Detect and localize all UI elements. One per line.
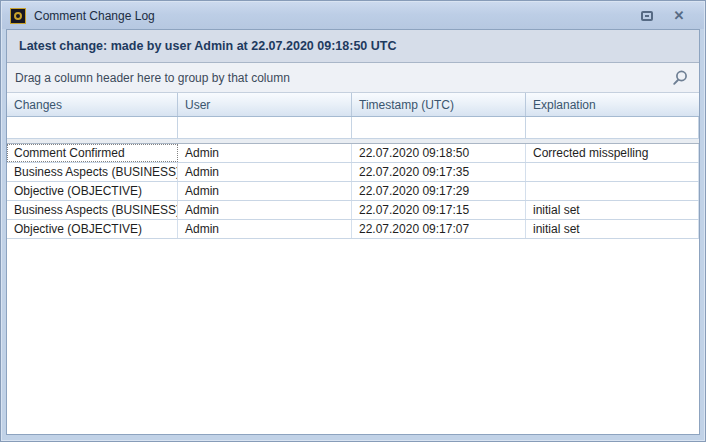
latest-change-banner: Latest change: made by user Admin at 22.… xyxy=(7,30,699,63)
cell-explanation[interactable]: initial set xyxy=(526,201,699,219)
table-row[interactable]: Objective (OBJECTIVE) Admin 22.07.2020 0… xyxy=(7,220,699,239)
cell-changes[interactable]: Comment Confirmed xyxy=(7,144,178,162)
filter-cell-timestamp[interactable] xyxy=(352,117,526,138)
app-icon xyxy=(10,8,26,24)
title-bar[interactable]: Comment Change Log ✕ xyxy=(2,2,704,29)
column-header-changes[interactable]: Changes xyxy=(7,93,178,116)
search-button[interactable] xyxy=(669,67,691,89)
cell-timestamp[interactable]: 22.07.2020 09:18:50 xyxy=(352,144,526,162)
window-title: Comment Change Log xyxy=(34,9,638,23)
column-header-row: Changes User Timestamp (UTC) Explanation xyxy=(7,93,699,117)
column-header-user[interactable]: User xyxy=(178,93,352,116)
cell-user[interactable]: Admin xyxy=(178,220,352,238)
cell-changes[interactable]: Business Aspects (BUSINESS) xyxy=(7,163,178,181)
table-row[interactable]: Business Aspects (BUSINESS) Admin 22.07.… xyxy=(7,201,699,220)
close-button[interactable]: ✕ xyxy=(670,8,688,24)
window-controls: ✕ xyxy=(638,8,696,24)
cell-timestamp[interactable]: 22.07.2020 09:17:35 xyxy=(352,163,526,181)
column-header-timestamp[interactable]: Timestamp (UTC) xyxy=(352,93,526,116)
grid-empty-area xyxy=(7,239,699,434)
cell-changes[interactable]: Objective (OBJECTIVE) xyxy=(7,182,178,200)
cell-changes[interactable]: Business Aspects (BUSINESS) xyxy=(7,201,178,219)
cell-explanation[interactable]: initial set xyxy=(526,220,699,238)
restore-button[interactable] xyxy=(638,8,656,24)
close-icon: ✕ xyxy=(674,9,685,22)
cell-timestamp[interactable]: 22.07.2020 09:17:15 xyxy=(352,201,526,219)
cell-explanation[interactable]: Corrected misspelling xyxy=(526,144,699,162)
cell-explanation[interactable] xyxy=(526,182,699,200)
cell-explanation[interactable] xyxy=(526,163,699,181)
filter-cell-changes[interactable] xyxy=(7,117,178,138)
cell-changes[interactable]: Objective (OBJECTIVE) xyxy=(7,220,178,238)
window-comment-change-log: Comment Change Log ✕ Latest change: made… xyxy=(0,0,706,442)
dialog-client-area: Latest change: made by user Admin at 22.… xyxy=(6,29,700,435)
group-by-hint: Drag a column header here to group by th… xyxy=(15,71,669,85)
cell-timestamp[interactable]: 22.07.2020 09:17:29 xyxy=(352,182,526,200)
filter-cell-explanation[interactable] xyxy=(526,117,699,138)
latest-change-text: Latest change: made by user Admin at 22.… xyxy=(19,39,396,53)
ring-logo-icon xyxy=(14,12,22,20)
table-row[interactable]: Comment Confirmed Admin 22.07.2020 09:18… xyxy=(7,144,699,163)
table-row[interactable]: Business Aspects (BUSINESS) Admin 22.07.… xyxy=(7,163,699,182)
restore-icon xyxy=(641,11,653,21)
cell-user[interactable]: Admin xyxy=(178,201,352,219)
cell-user[interactable]: Admin xyxy=(178,163,352,181)
cell-user[interactable]: Admin xyxy=(178,144,352,162)
magnifier-icon xyxy=(671,69,689,87)
cell-user[interactable]: Admin xyxy=(178,182,352,200)
filter-cell-user[interactable] xyxy=(178,117,352,138)
table-row[interactable]: Objective (OBJECTIVE) Admin 22.07.2020 0… xyxy=(7,182,699,201)
filter-row xyxy=(7,117,699,139)
cell-timestamp[interactable]: 22.07.2020 09:17:07 xyxy=(352,220,526,238)
column-header-explanation[interactable]: Explanation xyxy=(526,93,699,116)
group-by-panel[interactable]: Drag a column header here to group by th… xyxy=(7,63,699,93)
